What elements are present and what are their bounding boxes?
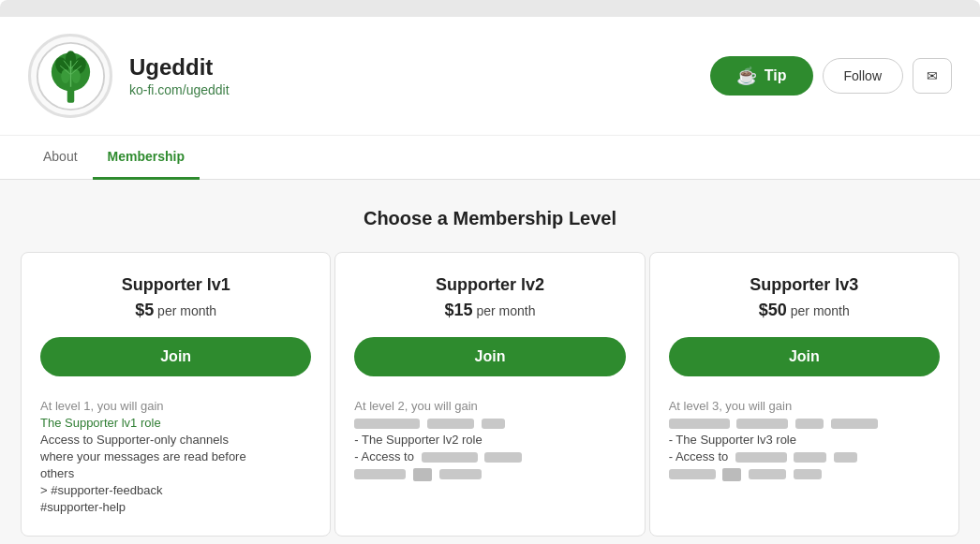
blurred-text-3 [482,419,505,429]
blurred-text-7 [439,469,482,479]
follow-button[interactable]: Follow [823,58,903,94]
blurred-text-6 [354,469,406,479]
blurred-text-4 [422,452,478,463]
profile-url: ko-fi.com/ugeddit [129,82,710,97]
card-lv3-price: $50 per month [669,301,940,320]
emoji-icon-1 [413,468,432,481]
main-content: Choose a Membership Level Supporter lv1 … [0,180,980,544]
blurred-text-15 [669,469,716,479]
tabs-nav: About Membership [0,136,980,180]
blurred-text-2 [427,419,474,429]
browser-chrome-bar [0,0,980,17]
blurred-text-11 [831,419,878,429]
blurred-text-9 [736,419,788,429]
blurred-text-13 [794,452,826,463]
avatar-image [36,41,106,111]
card-lv2-price: $15 per month [354,301,625,320]
message-button[interactable]: ✉ [913,58,952,94]
svg-point-7 [71,69,80,83]
membership-card-lv1: Supporter lv1 $5 per month Join At level… [21,252,331,537]
join-lv1-button[interactable]: Join [40,337,311,376]
join-lv3-button[interactable]: Join [669,337,940,376]
card-lv3-title: Supporter lv3 [669,275,940,295]
emoji-icon-2 [722,468,741,481]
membership-card-lv2: Supporter lv2 $15 per month Join At leve… [334,252,645,537]
join-lv2-button[interactable]: Join [354,337,625,376]
header-actions: ☕ Tip Follow ✉ [710,56,952,96]
coffee-cup-icon: ☕ [736,66,757,86]
tip-button[interactable]: ☕ Tip [710,56,813,96]
blurred-text-17 [794,469,822,479]
card-lv1-price: $5 per month [40,301,311,320]
avatar [28,34,112,118]
blurred-text-10 [795,419,824,429]
section-title: Choose a Membership Level [19,208,961,229]
page-wrapper: Ugeddit ko-fi.com/ugeddit ☕ Tip Follow ✉… [0,0,980,544]
profile-name: Ugeddit [129,54,710,81]
membership-grid: Supporter lv1 $5 per month Join At level… [19,252,961,537]
card-lv3-description: At level 3, you will gain - The Supporte… [669,399,940,481]
envelope-icon: ✉ [927,68,938,83]
card-lv2-description: At level 2, you will gain - The Supporte… [354,399,625,481]
card-lv1-description: At level 1, you will gain The Supporter … [40,399,311,514]
tab-membership[interactable]: Membership [93,136,200,180]
tab-about[interactable]: About [28,136,93,180]
membership-card-lv3: Supporter lv3 $50 per month Join At leve… [649,252,959,537]
blurred-text-16 [749,469,786,479]
profile-section: Ugeddit ko-fi.com/ugeddit ☕ Tip Follow ✉ [0,17,980,136]
blurred-text-12 [735,452,787,463]
card-lv2-title: Supporter lv2 [354,275,625,295]
blurred-text-1 [354,419,420,429]
blurred-text-14 [834,452,857,463]
blurred-text-5 [484,452,522,463]
card-lv1-title: Supporter lv1 [40,275,311,295]
profile-info: Ugeddit ko-fi.com/ugeddit [129,54,710,97]
blurred-text-8 [669,419,730,429]
svg-point-6 [61,69,69,83]
